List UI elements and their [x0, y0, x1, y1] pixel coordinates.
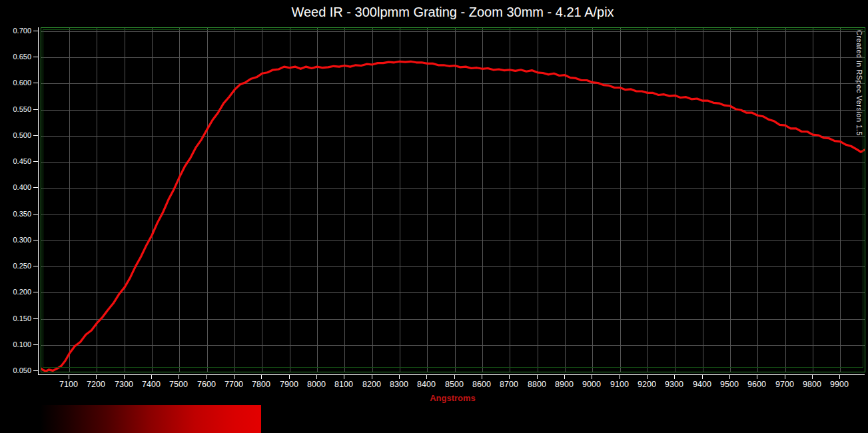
y-tick-label: 0.700: [0, 27, 31, 35]
x-tick: [620, 375, 620, 379]
y-tick: [33, 135, 38, 136]
x-tick: [124, 375, 125, 379]
spectrum-gradient-bar: [40, 405, 261, 433]
chart-title: Weed IR - 300lpmm Grating - Zoom 30mm - …: [41, 3, 865, 21]
x-tick: [454, 375, 455, 379]
x-tick: [426, 375, 427, 379]
x-tick: [179, 375, 179, 379]
x-tick: [812, 375, 813, 379]
y-tick-label: 0.350: [0, 210, 31, 218]
x-tick-label: 9900: [818, 380, 861, 389]
y-axis: [38, 27, 39, 375]
y-tick-label: 0.200: [0, 288, 31, 296]
x-tick: [372, 375, 372, 379]
gridlines: [41, 28, 865, 372]
x-tick: [207, 375, 207, 379]
y-tick-label: 0.400: [0, 183, 31, 192]
x-tick: [96, 375, 97, 379]
x-tick: [674, 375, 675, 379]
x-tick: [509, 375, 510, 379]
y-tick: [33, 161, 38, 162]
y-tick-label: 0.050: [0, 366, 31, 375]
y-tick: [33, 83, 38, 83]
x-tick: [344, 375, 344, 379]
y-tick-label: 0.300: [0, 236, 31, 244]
x-tick: [729, 375, 730, 379]
y-tick-label: 0.100: [0, 340, 31, 349]
y-tick: [33, 31, 38, 31]
y-tick: [33, 240, 38, 240]
y-tick: [33, 318, 38, 319]
y-tick: [33, 266, 38, 266]
x-tick: [151, 375, 152, 379]
x-tick: [564, 375, 565, 379]
chart-canvas: [41, 28, 865, 372]
x-tick: [316, 375, 317, 379]
x-axis: [38, 374, 865, 375]
y-tick-label: 0.650: [0, 53, 31, 61]
y-tick-label: 0.450: [0, 157, 31, 166]
y-tick-label: 0.250: [0, 262, 31, 270]
y-tick: [33, 214, 38, 215]
x-tick: [261, 375, 262, 379]
x-tick: [785, 375, 785, 379]
x-tick: [647, 375, 648, 379]
y-tick: [33, 344, 38, 345]
y-tick: [33, 370, 38, 371]
y-tick-label: 0.600: [0, 79, 31, 87]
y-tick-label: 0.150: [0, 314, 31, 323]
y-tick: [33, 57, 38, 57]
y-tick: [33, 109, 38, 110]
rspec-window: Weed IR - 300lpmm Grating - Zoom 30mm - …: [0, 0, 868, 433]
x-tick: [702, 375, 703, 379]
y-tick: [33, 292, 38, 292]
x-tick: [482, 375, 482, 379]
x-tick: [234, 375, 234, 379]
x-tick: [399, 375, 400, 379]
x-tick: [537, 375, 538, 379]
plot-area[interactable]: Created in RSpec Version 1.5: [41, 27, 865, 372]
x-tick: [289, 375, 290, 379]
x-tick: [592, 375, 592, 379]
x-tick: [69, 375, 69, 379]
x-tick: [839, 375, 840, 379]
spectrum-curve: [41, 61, 865, 371]
y-tick: [33, 187, 38, 188]
x-tick: [757, 375, 757, 379]
x-axis-title: Angstroms: [41, 393, 865, 403]
y-tick-label: 0.500: [0, 131, 31, 140]
y-tick-label: 0.550: [0, 105, 31, 114]
